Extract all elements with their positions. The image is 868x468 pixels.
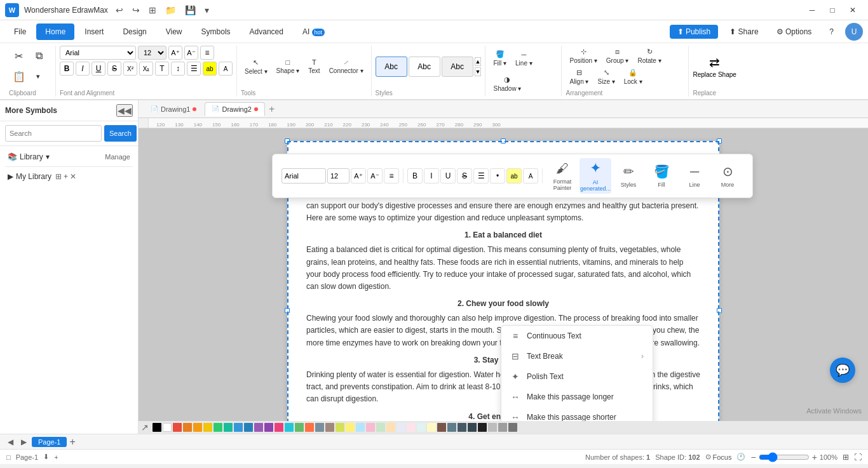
styles-down-btn[interactable]: ▼: [475, 67, 482, 76]
ai-strike-btn[interactable]: S: [457, 168, 472, 184]
styles-up-btn[interactable]: ▲: [475, 57, 482, 66]
ai-underline-btn[interactable]: U: [440, 168, 456, 184]
options-btn[interactable]: ⚙ Options: [770, 25, 818, 39]
style-box-1[interactable]: Abc: [376, 57, 407, 77]
ai-bullet-btn[interactable]: •: [490, 168, 505, 184]
subscript-btn[interactable]: X₂: [139, 62, 153, 76]
zoom-in-btn[interactable]: +: [812, 452, 817, 462]
sel-handle-tr[interactable]: [717, 138, 722, 144]
paste-btn[interactable]: 📋: [9, 69, 29, 84]
color-swatch-light-green[interactable]: [295, 423, 304, 432]
line-spacing-btn[interactable]: ↕: [171, 62, 185, 76]
color-swatch-dark-blue[interactable]: [244, 423, 253, 432]
more-action-btn[interactable]: ⊙ More: [712, 158, 743, 194]
maximize-btn[interactable]: □: [822, 3, 843, 17]
color-swatch-cream[interactable]: [427, 423, 436, 432]
search-btn[interactable]: Search: [104, 125, 137, 142]
color-swatch-cyan[interactable]: [285, 423, 294, 432]
paste-more-btn[interactable]: ▾: [31, 71, 46, 82]
color-swatch-pale-pink[interactable]: [407, 423, 416, 432]
undo-btn[interactable]: ↩: [113, 4, 126, 17]
rotate-btn[interactable]: ↻ Rotate ▾: [634, 46, 665, 66]
copy-btn[interactable]: ⧉: [29, 48, 48, 64]
color-swatch-yellow-orange[interactable]: [193, 423, 202, 432]
drawing-canvas[interactable]: Blog post on how to improve your digesti…: [139, 128, 868, 421]
ai-color-btn[interactable]: A: [523, 168, 538, 184]
align-btn[interactable]: ≡: [200, 46, 214, 60]
select-btn[interactable]: ↖ Select ▾: [241, 57, 271, 77]
superscript-btn[interactable]: X²: [123, 62, 137, 76]
color-swatch-steel[interactable]: [447, 423, 456, 432]
text-style-btn[interactable]: T: [155, 62, 169, 76]
save-btn[interactable]: 💾: [182, 4, 198, 17]
clock-btn[interactable]: 🕐: [736, 453, 745, 461]
library-label[interactable]: 📚 Library ▾: [8, 152, 50, 161]
text-bg-btn[interactable]: ab: [203, 62, 217, 76]
color-swatch-pale-orange[interactable]: [386, 423, 395, 432]
style-box-3[interactable]: Abc: [442, 57, 473, 77]
color-swatch-lavender[interactable]: [397, 423, 405, 432]
color-swatch-lime[interactable]: [336, 423, 344, 432]
sel-handle-ml[interactable]: [285, 308, 290, 313]
color-swatch-red[interactable]: [173, 423, 182, 432]
new-btn[interactable]: ⊞: [146, 4, 159, 17]
close-btn[interactable]: ✕: [843, 3, 863, 17]
color-swatch-white[interactable]: [163, 423, 172, 432]
color-swatch-yellow[interactable]: [203, 423, 212, 432]
color-swatch-brown[interactable]: [325, 423, 334, 432]
manage-btn[interactable]: Manage: [105, 153, 130, 161]
page-add-btn[interactable]: +: [69, 436, 75, 448]
line-format-btn[interactable]: ─ Line ▾: [512, 49, 536, 69]
ctx-polish-text[interactable]: ✦ Polish Text: [501, 366, 653, 387]
color-swatch-pink[interactable]: [275, 423, 283, 432]
add-page-btn[interactable]: +: [54, 453, 58, 461]
ai-italic-btn[interactable]: I: [424, 168, 439, 184]
menu-advanced[interactable]: Advanced: [241, 23, 292, 40]
color-swatch-green[interactable]: [214, 423, 222, 432]
italic-btn[interactable]: I: [76, 62, 90, 76]
ctx-continuous-text[interactable]: ≡ Continuous Text: [501, 326, 653, 346]
text-btn[interactable]: T Text: [304, 57, 323, 76]
add-tab-btn[interactable]: +: [266, 104, 277, 115]
ai-increase-size-btn[interactable]: A⁺: [351, 168, 366, 184]
color-swatch-purple[interactable]: [254, 423, 263, 432]
fill-action-btn[interactable]: 🪣 Fill: [646, 158, 677, 194]
format-painter-btn[interactable]: 🖌 Format Painter: [546, 158, 578, 194]
lock-btn[interactable]: 🔒 Lock ▾: [620, 67, 646, 87]
my-library-close-btn[interactable]: ✕: [70, 172, 76, 181]
user-avatar[interactable]: U: [845, 23, 863, 41]
shape-btn[interactable]: □ Shape ▾: [273, 57, 304, 76]
color-swatch-light-yellow[interactable]: [346, 423, 355, 432]
font-select[interactable]: Arial: [60, 46, 136, 60]
more-quick-btn[interactable]: ▾: [202, 4, 212, 17]
chat-btn[interactable]: 💬: [830, 358, 855, 383]
color-swatch-teal[interactable]: [224, 423, 233, 432]
ctx-make-shorter[interactable]: ↔ Make this passage shorter: [501, 407, 653, 421]
ctx-text-break[interactable]: ⊟ Text Break ›: [501, 346, 653, 366]
line-action-btn[interactable]: ─ Line: [679, 158, 710, 194]
size-select[interactable]: 12: [138, 46, 166, 60]
color-swatch-light-grey[interactable]: [488, 423, 497, 432]
bold-btn[interactable]: B: [60, 62, 74, 76]
menu-symbols[interactable]: Symbols: [193, 23, 240, 40]
underline-btn[interactable]: U: [92, 62, 105, 76]
color-swatch-blue[interactable]: [234, 423, 243, 432]
align-arrange-btn[interactable]: ⊟ Align ▾: [566, 67, 592, 87]
my-library-add-btn[interactable]: +: [64, 172, 68, 181]
my-library-expand[interactable]: ▶ My Library: [8, 172, 51, 181]
color-swatch-light-blue[interactable]: [356, 423, 365, 432]
sel-handle-mr[interactable]: [717, 308, 722, 313]
ai-size-input[interactable]: [327, 168, 349, 184]
open-btn[interactable]: 📁: [163, 4, 179, 17]
color-swatch-dark-purple[interactable]: [264, 423, 273, 432]
share-btn[interactable]: ⬆ Share: [723, 25, 764, 39]
menu-design[interactable]: Design: [114, 23, 155, 40]
color-swatch-charcoal[interactable]: [468, 423, 477, 432]
sel-handle-tc[interactable]: [501, 138, 506, 144]
ai-font-input[interactable]: [281, 168, 326, 184]
cut-btn[interactable]: ✂: [9, 48, 28, 64]
page-tab-1[interactable]: Page-1: [32, 437, 67, 447]
page-left-btn[interactable]: ◀: [5, 438, 16, 446]
strikethrough-btn[interactable]: S: [107, 62, 121, 76]
color-arrow-icon[interactable]: ↗: [141, 422, 149, 432]
